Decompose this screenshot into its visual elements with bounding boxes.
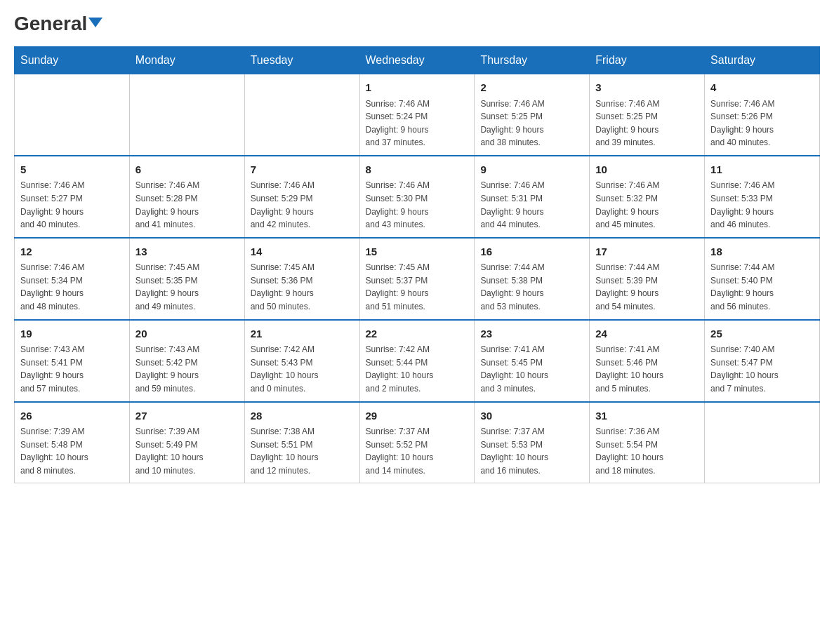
day-info: Sunrise: 7:42 AMSunset: 5:43 PMDaylight:…	[251, 343, 354, 395]
weekday-header-sunday: Sunday	[15, 47, 130, 74]
day-number: 21	[251, 326, 354, 342]
calendar-cell: 25Sunrise: 7:40 AMSunset: 5:47 PMDayligh…	[705, 320, 820, 402]
calendar-cell	[244, 74, 359, 156]
day-info: Sunrise: 7:46 AMSunset: 5:25 PMDaylight:…	[595, 98, 699, 149]
page-header: General	[14, 14, 820, 32]
day-number: 26	[20, 408, 124, 424]
calendar-week-row: 26Sunrise: 7:39 AMSunset: 5:48 PMDayligh…	[15, 402, 820, 483]
day-number: 14	[251, 244, 354, 260]
day-number: 23	[480, 326, 583, 342]
calendar-cell: 26Sunrise: 7:39 AMSunset: 5:48 PMDayligh…	[15, 402, 130, 483]
calendar-cell: 30Sunrise: 7:37 AMSunset: 5:53 PMDayligh…	[475, 402, 590, 483]
calendar-cell: 23Sunrise: 7:41 AMSunset: 5:45 PMDayligh…	[475, 320, 590, 402]
day-info: Sunrise: 7:43 AMSunset: 5:41 PMDaylight:…	[20, 343, 124, 395]
day-info: Sunrise: 7:37 AMSunset: 5:52 PMDaylight:…	[366, 425, 469, 477]
calendar-cell: 18Sunrise: 7:44 AMSunset: 5:40 PMDayligh…	[705, 238, 820, 320]
day-info: Sunrise: 7:36 AMSunset: 5:54 PMDaylight:…	[595, 425, 699, 477]
calendar-cell: 24Sunrise: 7:41 AMSunset: 5:46 PMDayligh…	[590, 320, 705, 402]
calendar-cell: 2Sunrise: 7:46 AMSunset: 5:25 PMDaylight…	[475, 74, 590, 156]
day-number: 4	[710, 80, 814, 96]
day-number: 22	[366, 326, 469, 342]
calendar-cell: 13Sunrise: 7:45 AMSunset: 5:35 PMDayligh…	[129, 238, 244, 320]
calendar-cell: 29Sunrise: 7:37 AMSunset: 5:52 PMDayligh…	[359, 402, 475, 483]
calendar-cell: 21Sunrise: 7:42 AMSunset: 5:43 PMDayligh…	[244, 320, 359, 402]
day-number: 1	[366, 80, 469, 96]
calendar-cell: 16Sunrise: 7:44 AMSunset: 5:38 PMDayligh…	[475, 238, 590, 320]
day-info: Sunrise: 7:46 AMSunset: 5:28 PMDaylight:…	[135, 179, 239, 231]
calendar-cell: 17Sunrise: 7:44 AMSunset: 5:39 PMDayligh…	[590, 238, 705, 320]
weekday-header-thursday: Thursday	[475, 47, 590, 74]
calendar-week-row: 12Sunrise: 7:46 AMSunset: 5:34 PMDayligh…	[15, 238, 820, 320]
calendar-week-row: 19Sunrise: 7:43 AMSunset: 5:41 PMDayligh…	[15, 320, 820, 402]
calendar-cell: 22Sunrise: 7:42 AMSunset: 5:44 PMDayligh…	[359, 320, 475, 402]
day-info: Sunrise: 7:46 AMSunset: 5:31 PMDaylight:…	[480, 179, 583, 231]
day-info: Sunrise: 7:40 AMSunset: 5:47 PMDaylight:…	[710, 343, 814, 395]
day-info: Sunrise: 7:41 AMSunset: 5:45 PMDaylight:…	[480, 343, 583, 395]
day-number: 10	[595, 162, 699, 178]
day-number: 28	[251, 408, 354, 424]
calendar-cell: 4Sunrise: 7:46 AMSunset: 5:26 PMDaylight…	[705, 74, 820, 156]
calendar-cell	[15, 74, 130, 156]
calendar-cell: 10Sunrise: 7:46 AMSunset: 5:32 PMDayligh…	[590, 156, 705, 238]
day-number: 3	[595, 80, 699, 96]
day-info: Sunrise: 7:46 AMSunset: 5:27 PMDaylight:…	[20, 179, 124, 231]
day-number: 19	[20, 326, 124, 342]
day-info: Sunrise: 7:44 AMSunset: 5:38 PMDaylight:…	[480, 261, 583, 313]
calendar-week-row: 1Sunrise: 7:46 AMSunset: 5:24 PMDaylight…	[15, 74, 820, 156]
day-number: 15	[366, 244, 469, 260]
calendar-cell	[129, 74, 244, 156]
day-number: 2	[480, 80, 583, 96]
logo-triangle-icon	[88, 18, 102, 27]
day-info: Sunrise: 7:46 AMSunset: 5:32 PMDaylight:…	[595, 179, 699, 231]
day-info: Sunrise: 7:46 AMSunset: 5:25 PMDaylight:…	[480, 98, 583, 149]
calendar-cell: 15Sunrise: 7:45 AMSunset: 5:37 PMDayligh…	[359, 238, 475, 320]
weekday-header-tuesday: Tuesday	[244, 47, 359, 74]
day-info: Sunrise: 7:44 AMSunset: 5:39 PMDaylight:…	[595, 261, 699, 313]
day-info: Sunrise: 7:45 AMSunset: 5:35 PMDaylight:…	[135, 261, 239, 313]
day-info: Sunrise: 7:37 AMSunset: 5:53 PMDaylight:…	[480, 425, 583, 477]
day-number: 8	[366, 162, 469, 178]
day-info: Sunrise: 7:46 AMSunset: 5:34 PMDaylight:…	[20, 261, 124, 313]
weekday-header-saturday: Saturday	[705, 47, 820, 74]
day-number: 6	[135, 162, 239, 178]
day-number: 7	[251, 162, 354, 178]
calendar-cell: 20Sunrise: 7:43 AMSunset: 5:42 PMDayligh…	[129, 320, 244, 402]
day-info: Sunrise: 7:45 AMSunset: 5:37 PMDaylight:…	[366, 261, 469, 313]
calendar-cell	[705, 402, 820, 483]
day-number: 5	[20, 162, 124, 178]
calendar-cell: 11Sunrise: 7:46 AMSunset: 5:33 PMDayligh…	[705, 156, 820, 238]
calendar-cell: 6Sunrise: 7:46 AMSunset: 5:28 PMDaylight…	[129, 156, 244, 238]
weekday-header-friday: Friday	[590, 47, 705, 74]
day-number: 31	[595, 408, 699, 424]
day-number: 16	[480, 244, 583, 260]
day-info: Sunrise: 7:46 AMSunset: 5:33 PMDaylight:…	[710, 179, 814, 231]
day-info: Sunrise: 7:43 AMSunset: 5:42 PMDaylight:…	[135, 343, 239, 395]
calendar-cell: 8Sunrise: 7:46 AMSunset: 5:30 PMDaylight…	[359, 156, 475, 238]
day-number: 17	[595, 244, 699, 260]
day-info: Sunrise: 7:39 AMSunset: 5:48 PMDaylight:…	[20, 425, 124, 477]
logo: General	[14, 14, 102, 32]
calendar-header-row: SundayMondayTuesdayWednesdayThursdayFrid…	[15, 47, 820, 74]
calendar-cell: 1Sunrise: 7:46 AMSunset: 5:24 PMDaylight…	[359, 74, 475, 156]
day-info: Sunrise: 7:39 AMSunset: 5:49 PMDaylight:…	[135, 425, 239, 477]
calendar-cell: 19Sunrise: 7:43 AMSunset: 5:41 PMDayligh…	[15, 320, 130, 402]
calendar-table: SundayMondayTuesdayWednesdayThursdayFrid…	[14, 46, 820, 483]
day-number: 24	[595, 326, 699, 342]
day-number: 29	[366, 408, 469, 424]
calendar-cell: 14Sunrise: 7:45 AMSunset: 5:36 PMDayligh…	[244, 238, 359, 320]
day-number: 11	[710, 162, 814, 178]
weekday-header-monday: Monday	[129, 47, 244, 74]
day-number: 27	[135, 408, 239, 424]
day-info: Sunrise: 7:41 AMSunset: 5:46 PMDaylight:…	[595, 343, 699, 395]
day-number: 20	[135, 326, 239, 342]
day-info: Sunrise: 7:38 AMSunset: 5:51 PMDaylight:…	[251, 425, 354, 477]
day-number: 9	[480, 162, 583, 178]
day-info: Sunrise: 7:46 AMSunset: 5:24 PMDaylight:…	[366, 98, 469, 149]
day-number: 18	[710, 244, 814, 260]
calendar-cell: 7Sunrise: 7:46 AMSunset: 5:29 PMDaylight…	[244, 156, 359, 238]
calendar-cell: 31Sunrise: 7:36 AMSunset: 5:54 PMDayligh…	[590, 402, 705, 483]
logo-text: General	[14, 14, 102, 34]
day-info: Sunrise: 7:46 AMSunset: 5:30 PMDaylight:…	[366, 179, 469, 231]
calendar-cell: 12Sunrise: 7:46 AMSunset: 5:34 PMDayligh…	[15, 238, 130, 320]
day-info: Sunrise: 7:46 AMSunset: 5:26 PMDaylight:…	[710, 98, 814, 149]
